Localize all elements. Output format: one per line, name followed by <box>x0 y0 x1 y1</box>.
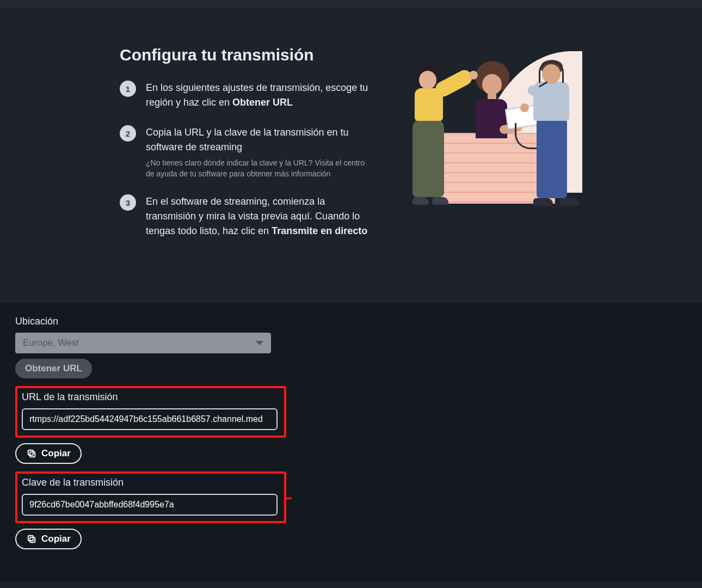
step-2-subtext: ¿No tienes claro dónde indicar la clave … <box>146 158 370 179</box>
get-url-label: Obtener URL <box>25 363 82 374</box>
setup-instructions: Configura tu transmisión 1 En los siguie… <box>0 8 702 303</box>
location-value: Europe, West <box>23 338 79 348</box>
step-badge-3: 3 <box>120 194 136 211</box>
stream-key-label: Clave de la transmisión <box>22 477 280 488</box>
step-1-bold: Obtener URL <box>232 97 293 108</box>
app-top-bar <box>0 0 702 8</box>
step-1-text: En los siguientes ajustes de transmisión… <box>146 81 370 110</box>
step-2-before: Copia la URL y la clave de la transmisió… <box>146 127 349 152</box>
stream-key-highlight: Clave de la transmisión <box>15 471 286 523</box>
broadcast-illustration <box>397 46 582 215</box>
svg-rect-1 <box>28 450 33 455</box>
step-3: 3 En el software de streaming, comienza … <box>120 194 370 238</box>
stream-settings: Ubicación Europe, West Obtener URL URL d… <box>0 303 702 582</box>
stream-url-input[interactable] <box>22 408 278 430</box>
step-2-text: Copia la URL y la clave de la transmisió… <box>146 125 370 179</box>
chevron-down-icon <box>256 341 263 345</box>
instructions-title: Configura tu transmisión <box>120 46 370 64</box>
step-2: 2 Copia la URL y la clave de la transmis… <box>120 125 370 179</box>
location-label: Ubicación <box>15 316 687 327</box>
step-3-bold: Transmite en directo <box>272 225 367 236</box>
step-1: 1 En los siguientes ajustes de transmisi… <box>120 81 370 110</box>
stream-url-label: URL de la transmisión <box>22 391 280 403</box>
step-3-text: En el software de streaming, comienza la… <box>146 194 370 238</box>
copy-icon <box>26 448 37 459</box>
stream-key-input[interactable] <box>22 494 278 516</box>
step-badge-2: 2 <box>120 125 136 142</box>
copy-key-button[interactable]: Copiar <box>15 529 82 549</box>
get-url-button[interactable]: Obtener URL <box>15 359 92 378</box>
copy-url-label: Copiar <box>41 448 71 459</box>
stream-url-highlight: URL de la transmisión <box>15 386 286 438</box>
copy-url-button[interactable]: Copiar <box>15 443 82 464</box>
location-select[interactable]: Europe, West <box>15 333 271 353</box>
copy-icon <box>26 534 37 544</box>
svg-rect-2 <box>30 537 35 542</box>
svg-rect-3 <box>28 536 33 541</box>
copy-key-label: Copiar <box>41 534 71 544</box>
location-block: Ubicación Europe, West Obtener URL <box>15 316 687 378</box>
svg-rect-0 <box>30 452 35 457</box>
step-badge-1: 1 <box>120 81 136 97</box>
